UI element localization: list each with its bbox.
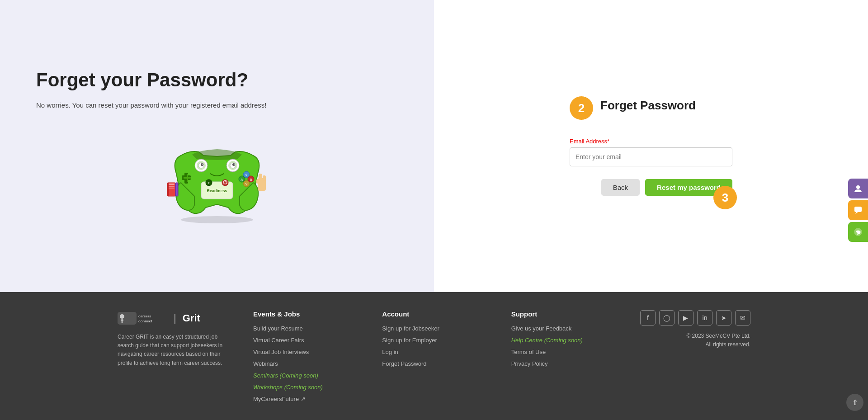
profile-icon	[854, 184, 863, 193]
controller-svg: Readiness + X B A Y	[154, 133, 280, 223]
footer-support-col: Support Give us your FeedbackHelp Centre…	[511, 310, 622, 371]
page-subtitle: No worries. You can reset your password …	[36, 100, 266, 111]
svg-point-4	[201, 163, 203, 166]
message-icon	[854, 227, 863, 236]
copyright: © 2023 SeeMeCV Pte Ltd. All rights reser…	[686, 332, 750, 349]
logo-separator: |	[174, 312, 176, 324]
svg-text:Readiness: Readiness	[207, 189, 227, 193]
footer-link[interactable]: Sign up for Employer	[382, 337, 437, 344]
chat-float-button[interactable]	[848, 200, 868, 220]
page-heading: Forget your Password?	[36, 69, 248, 91]
svg-point-47	[856, 185, 860, 189]
svg-text:careers: careers	[138, 314, 151, 318]
svg-text:B: B	[250, 178, 252, 182]
form-step-area: 2 Forget Password	[570, 96, 732, 127]
footer: careers connect | Grit Career GRIT is an…	[0, 292, 868, 420]
svg-point-10	[234, 164, 235, 165]
svg-text:X: X	[245, 173, 248, 177]
list-item: MyCareersFuture ↗	[253, 395, 364, 403]
support-heading: Support	[511, 310, 622, 318]
footer-events-col: Events & Jobs Build your ResumeVirtual C…	[253, 310, 364, 406]
form-heading: Forget Password	[600, 99, 696, 113]
events-list: Build your ResumeVirtual Career FairsVir…	[253, 324, 364, 403]
svg-rect-32	[263, 175, 266, 181]
email-icon[interactable]: ✉	[735, 310, 750, 326]
svg-point-9	[232, 163, 235, 166]
instagram-icon[interactable]: ◯	[659, 310, 675, 326]
events-heading: Events & Jobs	[253, 310, 364, 318]
svg-point-42	[120, 314, 124, 319]
footer-link[interactable]: Help Centre (Coming soon)	[511, 337, 583, 344]
step-3-badge: 3	[713, 186, 737, 209]
message-float-button[interactable]	[848, 222, 868, 242]
list-item: Forget Password	[382, 359, 493, 368]
list-item: Sign up for Jobseeker	[382, 324, 493, 332]
email-label: Email Address*	[570, 138, 732, 145]
footer-link[interactable]: Forget Password	[382, 360, 426, 367]
left-panel: Forget your Password? No worries. You ca…	[0, 0, 434, 292]
footer-link[interactable]: Webinars	[253, 360, 278, 367]
youtube-icon[interactable]: ▶	[678, 310, 693, 326]
svg-rect-14	[184, 177, 191, 179]
float-right-buttons	[848, 179, 868, 242]
svg-rect-40	[176, 184, 177, 195]
svg-rect-38	[167, 183, 169, 196]
svg-text:connect: connect	[138, 319, 152, 323]
list-item: Workshops (Coming soon)	[253, 383, 364, 391]
svg-point-5	[202, 164, 203, 165]
footer-link[interactable]: Privacy Policy	[511, 360, 548, 367]
chat-icon	[854, 206, 863, 215]
list-item: Log in	[382, 348, 493, 356]
footer-account-col: Account Sign up for JobseekerSign up for…	[382, 310, 493, 371]
footer-link[interactable]: Workshops (Coming soon)	[253, 384, 323, 391]
footer-link[interactable]: MyCareersFuture ↗	[253, 396, 306, 402]
form-card: 2 Forget Password Email Address* Back Re…	[552, 78, 750, 214]
footer-right: f ◯ ▶ in ➤ ✉ © 2023 SeeMeCV Pte Ltd. All…	[640, 310, 750, 349]
account-list: Sign up for JobseekerSign up for Employe…	[382, 324, 493, 368]
telegram-icon[interactable]: ➤	[716, 310, 731, 326]
footer-link[interactable]: Sign up for Jobseeker	[382, 325, 439, 332]
footer-link[interactable]: Terms of Use	[511, 349, 546, 355]
linkedin-icon[interactable]: in	[697, 310, 712, 326]
svg-point-0	[181, 216, 253, 223]
footer-logo: careers connect | Grit	[118, 310, 235, 326]
list-item: Virtual Job Interviews	[253, 348, 364, 356]
footer-link[interactable]: Build your Resume	[253, 325, 303, 332]
footer-link[interactable]: Give us your Feedback	[511, 325, 572, 332]
svg-rect-31	[259, 174, 262, 180]
facebook-icon[interactable]: f	[640, 310, 656, 326]
careers-connect-logo: careers connect	[118, 310, 167, 326]
support-list: Give us your FeedbackHelp Centre (Coming…	[511, 324, 622, 368]
list-item: Help Centre (Coming soon)	[511, 336, 622, 344]
right-panel: 2 Forget Password Email Address* Back Re…	[434, 0, 868, 292]
back-button[interactable]: Back	[601, 179, 640, 196]
svg-text:+: +	[208, 181, 210, 185]
footer-link[interactable]: Virtual Job Interviews	[253, 349, 309, 355]
footer-link[interactable]: Virtual Career Fairs	[253, 337, 304, 344]
controller-illustration: Readiness + X B A Y	[36, 133, 398, 223]
footer-link[interactable]: Seminars (Coming soon)	[253, 372, 318, 379]
svg-rect-35	[168, 184, 175, 185]
profile-float-button[interactable]	[848, 179, 868, 198]
list-item: Terms of Use	[511, 348, 622, 356]
scroll-to-top-button[interactable]: ⇧	[846, 394, 863, 411]
list-item: Seminars (Coming soon)	[253, 371, 364, 379]
social-icons: f ◯ ▶ in ➤ ✉	[640, 310, 750, 326]
list-item: Sign up for Employer	[382, 336, 493, 344]
list-item: Webinars	[253, 359, 364, 368]
list-item: Privacy Policy	[511, 359, 622, 368]
svg-text:Y: Y	[245, 182, 248, 186]
footer-link[interactable]: Log in	[382, 349, 398, 355]
list-item: Give us your Feedback	[511, 324, 622, 332]
grit-logo: Grit	[183, 312, 200, 324]
footer-brand: careers connect | Grit Career GRIT is an…	[118, 310, 235, 368]
svg-rect-41	[118, 312, 137, 325]
svg-rect-37	[168, 188, 175, 189]
brand-description: Career GRIT is an easy yet structured jo…	[118, 333, 235, 368]
step-2-badge: 2	[570, 96, 593, 120]
list-item: Build your Resume	[253, 324, 364, 332]
email-form-group: Email Address*	[570, 138, 732, 166]
email-input[interactable]	[570, 147, 732, 166]
svg-rect-33	[256, 179, 259, 184]
svg-rect-48	[854, 207, 862, 212]
